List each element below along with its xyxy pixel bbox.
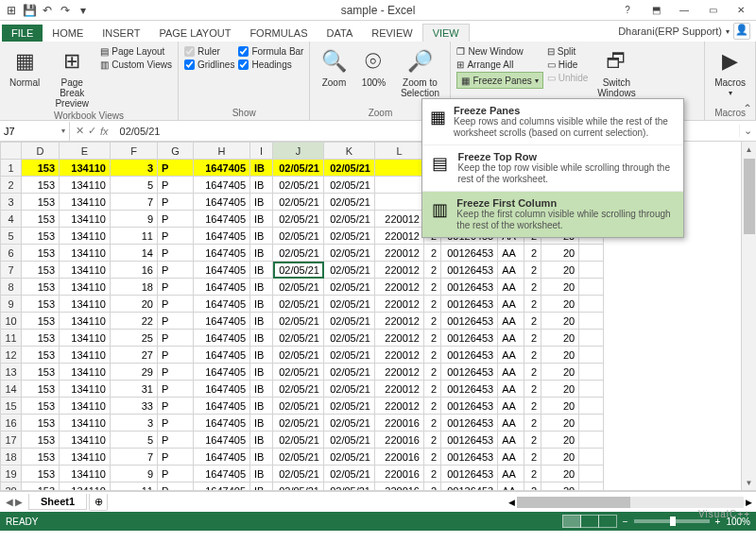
row-header-17[interactable]: 17 [1, 432, 22, 449]
cell-G12[interactable]: P [158, 347, 194, 364]
cell-G17[interactable]: P [158, 432, 194, 449]
cell-G16[interactable]: P [158, 415, 194, 432]
cell-I8[interactable]: IB [250, 279, 273, 296]
cell-P12[interactable]: 2 [524, 347, 541, 364]
cell-J5[interactable]: 02/05/21 [273, 228, 324, 245]
cell-F7[interactable]: 16 [111, 262, 158, 279]
cell-H20[interactable]: 1647405 [194, 483, 250, 492]
unhide-button[interactable]: ▭Unhide [547, 72, 589, 84]
cell-J8[interactable]: 02/05/21 [273, 279, 324, 296]
cell-E1[interactable]: 134110 [60, 160, 111, 177]
cell-D5[interactable]: 153 [22, 228, 60, 245]
cell-F19[interactable]: 9 [111, 466, 158, 483]
cell-N9[interactable]: 00126453 [441, 296, 498, 313]
page-break-shortcut[interactable] [598, 515, 617, 528]
cell-P13[interactable]: 2 [524, 364, 541, 381]
cell-Q15[interactable]: 20 [541, 398, 579, 415]
cell-K1[interactable]: 02/05/21 [324, 160, 375, 177]
cell-K19[interactable]: 02/05/21 [324, 466, 375, 483]
vertical-scrollbar[interactable]: ▲ ▼ [741, 142, 756, 490]
cell-F1[interactable]: 3 [111, 160, 158, 177]
cell-Q9[interactable]: 20 [541, 296, 579, 313]
cell-H8[interactable]: 1647405 [194, 279, 250, 296]
sheet-nav[interactable]: ◀▶ [0, 497, 28, 507]
fx-icon[interactable]: fx [100, 126, 109, 137]
cell-R11[interactable] [579, 330, 604, 347]
cell-G5[interactable]: P [158, 228, 194, 245]
cell-D10[interactable]: 153 [22, 313, 60, 330]
cell-M15[interactable]: 2 [424, 398, 441, 415]
cell-L16[interactable]: 220016 [375, 415, 424, 432]
cell-N6[interactable]: 00126453 [441, 245, 498, 262]
zoom-button[interactable]: 🔍Zoom [316, 45, 352, 90]
cell-R16[interactable] [579, 415, 604, 432]
cell-K8[interactable]: 02/05/21 [324, 279, 375, 296]
cell-R13[interactable] [579, 364, 604, 381]
cell-R9[interactable] [579, 296, 604, 313]
cell-G9[interactable]: P [158, 296, 194, 313]
row-header-8[interactable]: 8 [1, 279, 22, 296]
cell-J2[interactable]: 02/05/21 [273, 177, 324, 194]
ribbon-display-icon[interactable]: ⬒ [644, 2, 667, 19]
cell-M10[interactable]: 2 [424, 313, 441, 330]
cell-Q10[interactable]: 20 [541, 313, 579, 330]
cell-P18[interactable]: 2 [524, 449, 541, 466]
cell-L19[interactable]: 220016 [375, 466, 424, 483]
select-all-cell[interactable] [1, 143, 22, 160]
cell-D2[interactable]: 153 [22, 177, 60, 194]
cell-L11[interactable]: 220012 [375, 330, 424, 347]
undo-icon[interactable]: ↶ [40, 3, 55, 18]
collapse-ribbon-icon[interactable]: ⌃ [743, 102, 752, 115]
cell-R17[interactable] [579, 432, 604, 449]
cell-R14[interactable] [579, 381, 604, 398]
cell-I3[interactable]: IB [250, 194, 273, 211]
cell-L13[interactable]: 220012 [375, 364, 424, 381]
cell-M13[interactable]: 2 [424, 364, 441, 381]
cell-O6[interactable]: AA [498, 245, 524, 262]
zoom-slider[interactable] [634, 519, 710, 523]
column-header-E[interactable]: E [60, 143, 111, 160]
zoom-slider-thumb[interactable] [670, 517, 676, 526]
cell-K2[interactable]: 02/05/21 [324, 177, 375, 194]
cell-J17[interactable]: 02/05/21 [273, 432, 324, 449]
cell-J6[interactable]: 02/05/21 [273, 245, 324, 262]
cell-J20[interactable]: 02/05/21 [273, 483, 324, 492]
tab-review[interactable]: REVIEW [362, 25, 421, 42]
row-header-12[interactable]: 12 [1, 347, 22, 364]
cell-H5[interactable]: 1647405 [194, 228, 250, 245]
cell-M9[interactable]: 2 [424, 296, 441, 313]
cell-J4[interactable]: 02/05/21 [273, 211, 324, 228]
tab-view[interactable]: VIEW [422, 24, 470, 42]
cell-N10[interactable]: 00126453 [441, 313, 498, 330]
headings-checkbox[interactable]: Headings [238, 59, 303, 71]
cell-G20[interactable]: P [158, 483, 194, 492]
cell-J16[interactable]: 02/05/21 [273, 415, 324, 432]
cell-H2[interactable]: 1647405 [194, 177, 250, 194]
cell-G8[interactable]: P [158, 279, 194, 296]
cell-F6[interactable]: 14 [111, 245, 158, 262]
cell-D19[interactable]: 153 [22, 466, 60, 483]
cell-H16[interactable]: 1647405 [194, 415, 250, 432]
tab-page-layout[interactable]: PAGE LAYOUT [149, 25, 240, 42]
cell-H14[interactable]: 1647405 [194, 381, 250, 398]
cell-K7[interactable]: 02/05/21 [324, 262, 375, 279]
cell-G7[interactable]: P [158, 262, 194, 279]
cell-G15[interactable]: P [158, 398, 194, 415]
cell-H4[interactable]: 1647405 [194, 211, 250, 228]
cell-R18[interactable] [579, 449, 604, 466]
cell-E7[interactable]: 134110 [60, 262, 111, 279]
cell-D20[interactable]: 153 [22, 483, 60, 492]
new-sheet-button[interactable]: ⊕ [89, 494, 108, 511]
cell-D15[interactable]: 153 [22, 398, 60, 415]
cell-L6[interactable]: 220012 [375, 245, 424, 262]
cell-F12[interactable]: 27 [111, 347, 158, 364]
tab-data[interactable]: DATA [318, 25, 363, 42]
cell-N19[interactable]: 00126453 [441, 466, 498, 483]
cell-I18[interactable]: IB [250, 449, 273, 466]
column-header-G[interactable]: G [158, 143, 194, 160]
cell-J14[interactable]: 02/05/21 [273, 381, 324, 398]
cell-O8[interactable]: AA [498, 279, 524, 296]
cell-G19[interactable]: P [158, 466, 194, 483]
zoom-100-button[interactable]: ⦾100% [355, 45, 391, 90]
cell-M16[interactable]: 2 [424, 415, 441, 432]
